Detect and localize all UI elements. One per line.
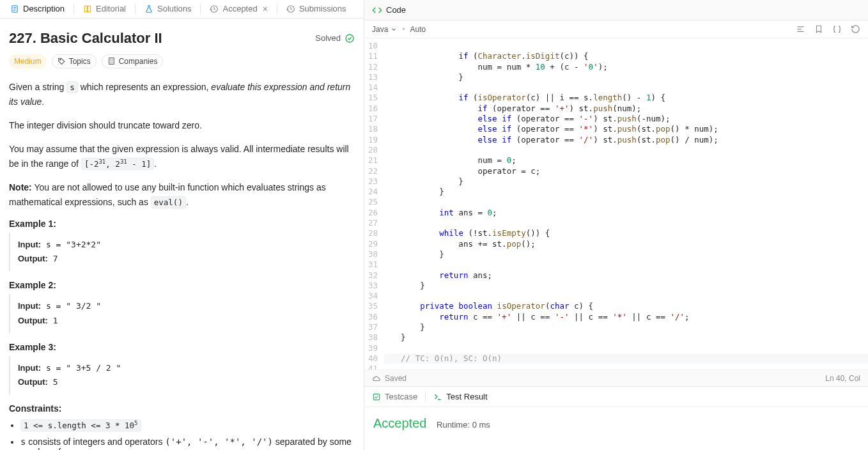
- building-icon: [107, 57, 116, 65]
- left-tabs: Description Editorial Solutions Accepted…: [0, 0, 364, 19]
- bookmark-icon[interactable]: [814, 24, 823, 34]
- problem-body: 227. Basic Calculator II Solved Medium T…: [0, 19, 364, 450]
- book-icon: [83, 4, 92, 13]
- braces-icon[interactable]: [832, 24, 842, 34]
- document-icon: [10, 4, 19, 13]
- tab-submissions[interactable]: Submissions: [281, 1, 352, 16]
- format-icon[interactable]: [796, 24, 805, 34]
- example-block: Input: s = " 3+5 / 2 "Output: 5: [9, 356, 355, 394]
- saved-label: Saved: [385, 374, 407, 383]
- svg-point-1: [346, 35, 353, 42]
- difficulty-chip: Medium: [9, 54, 47, 68]
- terminal-icon: [433, 392, 442, 401]
- svg-rect-4: [373, 394, 379, 400]
- code-editor[interactable]: 1011121314151617181920212223242526272829…: [364, 38, 868, 369]
- result-panel: Accepted Runtime: 0 ms: [364, 407, 868, 450]
- example-block: Input: s = "3+2*2"Output: 7: [9, 233, 355, 271]
- close-icon[interactable]: ×: [263, 4, 268, 13]
- auto-label[interactable]: Auto: [410, 25, 426, 34]
- checkbox-icon: [372, 392, 381, 401]
- svg-rect-3: [109, 58, 114, 65]
- topics-chip[interactable]: Topics: [52, 54, 97, 68]
- companies-chip[interactable]: Companies: [102, 54, 164, 68]
- runtime: Runtime: 0 ms: [437, 420, 490, 430]
- problem-title: 227. Basic Calculator II: [9, 30, 162, 47]
- tab-editorial[interactable]: Editorial: [78, 1, 131, 16]
- code-header: Code: [364, 0, 868, 20]
- example-heading: Example 3:: [9, 342, 355, 352]
- language-select[interactable]: Java: [372, 25, 397, 34]
- solved-badge: Solved: [315, 33, 355, 43]
- tab-description[interactable]: Description: [5, 1, 70, 16]
- reset-icon[interactable]: [851, 24, 860, 34]
- svg-point-2: [59, 59, 61, 61]
- example-heading: Example 2:: [9, 280, 355, 290]
- cloud-icon: [372, 374, 381, 383]
- example-heading: Example 1:: [9, 219, 355, 229]
- check-circle-icon: [345, 33, 355, 43]
- constraints-heading: Constraints:: [9, 403, 355, 414]
- example-block: Input: s = " 3/2 "Output: 1: [9, 294, 355, 332]
- chevron-down-icon: [391, 26, 397, 33]
- code-icon: [372, 5, 382, 15]
- tab-testcase[interactable]: Testcase: [372, 392, 417, 401]
- tab-accepted[interactable]: Accepted ×: [205, 1, 272, 16]
- verdict: Accepted: [373, 416, 426, 430]
- cursor-position: Ln 40, Col: [825, 374, 860, 383]
- tab-solutions[interactable]: Solutions: [139, 1, 196, 16]
- flask-icon: [144, 4, 153, 13]
- history-icon: [210, 4, 219, 13]
- tab-test-result[interactable]: Test Result: [433, 392, 487, 401]
- history-icon: [286, 4, 295, 13]
- tag-icon: [58, 57, 66, 65]
